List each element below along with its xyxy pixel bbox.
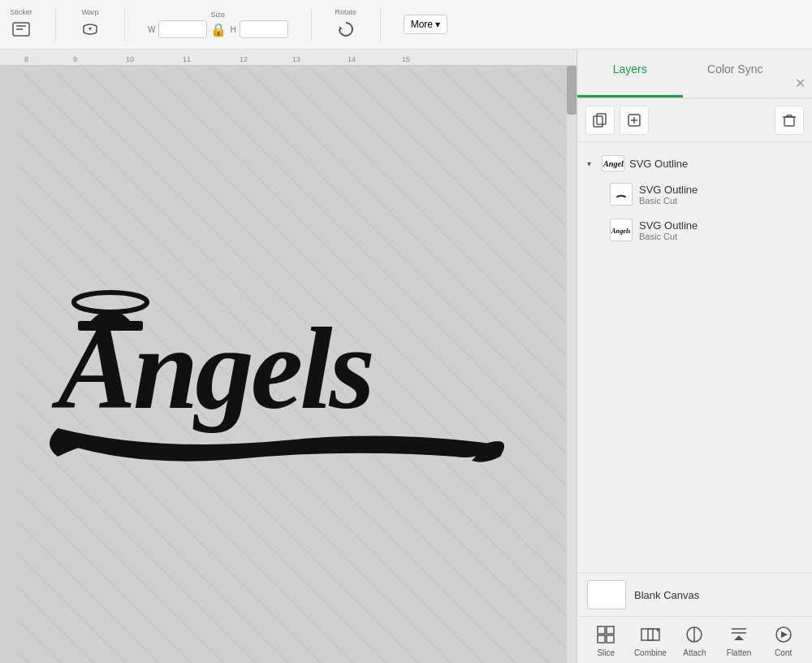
group-name: SVG Outline	[629, 158, 688, 170]
cont-tool[interactable]: Cont	[762, 623, 805, 657]
flatten-label: Flatten	[727, 648, 752, 657]
attach-label: Attach	[683, 648, 706, 657]
angels-logo[interactable]: Angels	[33, 241, 504, 488]
ruler-mark-15: 15	[402, 55, 410, 63]
tab-layers[interactable]: Layers	[577, 50, 683, 98]
svg-rect-23	[607, 626, 614, 634]
svg-rect-10	[594, 116, 603, 127]
layer-item-2-sub: Basic Cut	[639, 232, 698, 241]
divider1	[55, 8, 56, 41]
warp-icon[interactable]: ▾	[79, 18, 102, 41]
height-label: H	[230, 25, 235, 34]
more-arrow: ▾	[435, 19, 440, 30]
sticker-icon[interactable]	[10, 18, 32, 41]
height-input[interactable]	[240, 20, 288, 38]
layer-item-2-thumb: Angels	[610, 219, 633, 241]
panel-close-button[interactable]: ✕	[788, 76, 812, 98]
svg-rect-15	[784, 117, 794, 126]
svg-marker-6	[339, 26, 343, 29]
divider3	[311, 8, 312, 41]
combine-icon: ▾	[639, 623, 662, 646]
slice-tool[interactable]: Slice	[585, 623, 627, 657]
copy-style-button[interactable]	[620, 106, 649, 135]
scrollbar-thumb[interactable]	[567, 66, 577, 115]
vertical-scrollbar[interactable]	[567, 66, 577, 663]
divider4	[380, 8, 381, 41]
rotate-group: Rotate	[335, 8, 357, 41]
svg-text:Angels: Angels	[603, 159, 624, 168]
blank-canvas-label: Blank Canvas	[634, 589, 699, 601]
right-panel: Layers Color Sync ✕	[577, 50, 812, 663]
svg-rect-24	[598, 635, 605, 643]
blank-canvas-thumb	[587, 580, 626, 609]
ruler-mark-12: 12	[240, 55, 248, 63]
sticker-label: Sticker	[10, 8, 32, 16]
svg-marker-33	[734, 635, 744, 640]
attach-tool[interactable]: Attach	[673, 623, 715, 657]
group-chevron: ▾	[587, 159, 597, 168]
cont-icon	[772, 623, 795, 646]
flatten-icon	[728, 623, 750, 646]
combine-tool[interactable]: ▾ Combine	[629, 623, 672, 657]
bottom-toolbar: Slice ▾ Combine	[577, 616, 812, 663]
layer-item-1-sub: Basic Cut	[639, 196, 698, 206]
width-label: W	[148, 25, 155, 34]
panel-tabs: Layers Color Sync ✕	[577, 50, 812, 99]
layers-list: ▾ Angels SVG Outline	[577, 142, 812, 573]
ruler-mark-14: 14	[348, 55, 356, 63]
svg-text:▾: ▾	[656, 626, 659, 634]
delete-button[interactable]	[775, 106, 804, 135]
main-area: 8 9 10 11 12 13 14 15 Angels	[0, 50, 812, 663]
more-label: More	[411, 19, 433, 30]
flatten-tool[interactable]: Flatten	[718, 623, 760, 657]
ruler-horizontal: 8 9 10 11 12 13 14 15	[0, 50, 577, 66]
attach-icon	[683, 623, 706, 646]
sticker-group: Sticker	[10, 8, 32, 41]
svg-rect-25	[607, 635, 614, 643]
layer-item-1-name: SVG Outline	[639, 184, 698, 196]
size-group: Size W 🔒 H	[148, 11, 288, 38]
svg-rect-22	[598, 626, 605, 634]
ruler-mark-10: 10	[126, 55, 134, 63]
more-button[interactable]: More ▾	[404, 15, 447, 34]
rotate-icon[interactable]	[335, 18, 357, 41]
svg-marker-35	[781, 631, 788, 638]
slice-icon	[594, 623, 617, 646]
ruler-mark-11: 11	[183, 55, 191, 63]
duplicate-button[interactable]	[585, 106, 615, 135]
layer-item-1-info: SVG Outline Basic Cut	[639, 184, 698, 206]
layer-item-1[interactable]: SVG Outline Basic Cut	[577, 176, 812, 212]
size-label: Size	[211, 11, 226, 19]
ruler-mark-8: 8	[24, 55, 28, 63]
width-input[interactable]	[158, 20, 207, 38]
canvas-content[interactable]: Angels	[16, 66, 577, 663]
canvas-area[interactable]: 8 9 10 11 12 13 14 15 Angels	[0, 50, 577, 663]
group-thumb: Angels	[602, 155, 624, 171]
slice-label: Slice	[597, 648, 615, 657]
layer-item-2[interactable]: Angels SVG Outline Basic Cut	[577, 212, 812, 248]
layer-item-2-info: SVG Outline Basic Cut	[639, 219, 698, 241]
svg-text:Angels: Angels	[611, 228, 631, 235]
svg-rect-11	[597, 114, 606, 124]
ruler-mark-13: 13	[292, 55, 300, 63]
panel-toolbar	[577, 99, 812, 142]
ruler-mark-9: 9	[73, 55, 77, 63]
warp-group: Warp ▾	[79, 8, 102, 41]
tab-color-sync[interactable]: Color Sync	[683, 50, 788, 98]
layer-group-header-1[interactable]: ▾ Angels SVG Outline	[577, 150, 812, 176]
blank-canvas-row[interactable]: Blank Canvas	[577, 573, 812, 616]
rotate-label: Rotate	[335, 8, 356, 16]
svg-text:Angels: Angels	[51, 303, 372, 433]
layer-item-1-thumb	[610, 183, 633, 206]
svg-rect-26	[641, 629, 653, 640]
cont-label: Cont	[775, 648, 792, 657]
combine-label: Combine	[634, 648, 667, 657]
lock-icon[interactable]: 🔒	[210, 22, 227, 37]
layer-item-2-name: SVG Outline	[639, 219, 698, 232]
layer-group-1: ▾ Angels SVG Outline	[577, 150, 812, 248]
svg-text:▾: ▾	[89, 25, 92, 32]
main-toolbar: Sticker Warp ▾ Size W 🔒	[0, 0, 812, 50]
warp-label: Warp	[81, 8, 98, 16]
divider2	[124, 8, 125, 41]
